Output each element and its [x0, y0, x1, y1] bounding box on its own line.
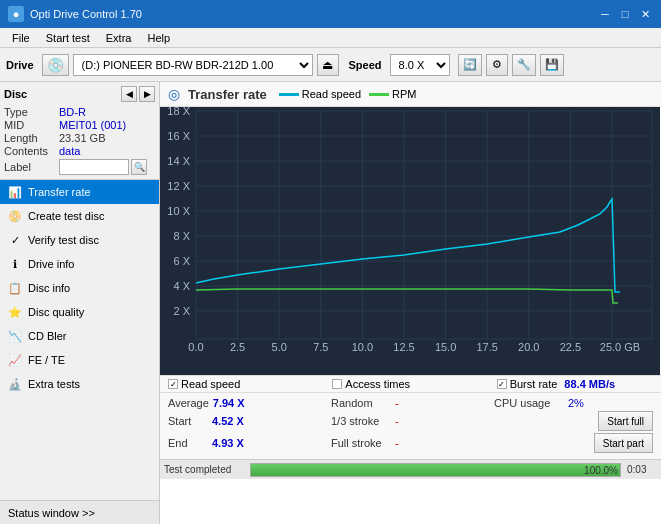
- nav-fe-te[interactable]: 📈 FE / TE: [0, 348, 159, 372]
- stroke13-value: -: [395, 415, 425, 427]
- stats-row-1: Average 7.94 X Random - CPU usage 2%: [168, 397, 653, 409]
- label-action-btn[interactable]: 🔍: [131, 159, 147, 175]
- read-speed-checkbox[interactable]: [168, 379, 178, 389]
- svg-text:12 X: 12 X: [167, 180, 190, 192]
- minimize-button[interactable]: ─: [597, 6, 613, 22]
- drive-label: Drive: [6, 59, 34, 71]
- disc-next-btn[interactable]: ▶: [139, 86, 155, 102]
- settings-button2[interactable]: 🔧: [512, 54, 536, 76]
- nav-disc-info[interactable]: 📋 Disc info: [0, 276, 159, 300]
- read-speed-checkbox-label: Read speed: [181, 378, 240, 390]
- read-speed-legend: Read speed: [279, 88, 361, 100]
- svg-text:16 X: 16 X: [167, 130, 190, 142]
- progress-bar-container: Test completed 100.0% 0:03: [160, 459, 661, 479]
- end-label: End: [168, 437, 208, 449]
- drive-icon-btn[interactable]: 💿: [42, 54, 69, 76]
- burst-rate-checkbox[interactable]: [497, 379, 507, 389]
- disc-prev-btn[interactable]: ◀: [121, 86, 137, 102]
- average-col: Average 7.94 X: [168, 397, 327, 409]
- stroke13-label: 1/3 stroke: [331, 415, 391, 427]
- svg-text:14 X: 14 X: [167, 155, 190, 167]
- create-test-icon: 📀: [8, 209, 22, 223]
- chart-legend: Read speed RPM: [279, 88, 417, 100]
- chart-icon: ◎: [168, 86, 180, 102]
- transfer-rate-icon: 📊: [8, 185, 22, 199]
- progress-time: 0:03: [627, 464, 657, 475]
- speed-label: Speed: [349, 59, 382, 71]
- access-times-checkbox[interactable]: [332, 379, 342, 389]
- nav-disc-info-label: Disc info: [28, 282, 70, 294]
- nav-create-test-label: Create test disc: [28, 210, 104, 222]
- maximize-button[interactable]: □: [617, 6, 633, 22]
- full-stroke-value: -: [395, 437, 425, 449]
- status-window-label: Status window >>: [8, 507, 95, 519]
- length-key: Length: [4, 132, 59, 144]
- refresh-button[interactable]: 🔄: [458, 54, 482, 76]
- save-button[interactable]: 💾: [540, 54, 564, 76]
- nav-extra-tests[interactable]: 🔬 Extra tests: [0, 372, 159, 396]
- menu-extra[interactable]: Extra: [98, 30, 140, 46]
- start-part-button[interactable]: Start part: [594, 433, 653, 453]
- chart-svg-wrapper: 18 X 16 X 14 X 12 X 10 X 8 X 6 X 4 X 2 X…: [160, 107, 661, 375]
- close-button[interactable]: ✕: [637, 6, 653, 22]
- svg-text:0.0: 0.0: [188, 341, 203, 353]
- nav-items: 📊 Transfer rate 📀 Create test disc ✓ Ver…: [0, 180, 159, 500]
- progress-percent: 100.0%: [584, 465, 618, 476]
- disc-section-label: Disc: [4, 88, 27, 100]
- svg-text:18 X: 18 X: [167, 107, 190, 117]
- menu-help[interactable]: Help: [139, 30, 178, 46]
- label-key: Label: [4, 161, 59, 173]
- nav-cd-bler[interactable]: 📉 CD Bler: [0, 324, 159, 348]
- label-input[interactable]: [59, 159, 129, 175]
- average-label: Average: [168, 397, 209, 409]
- read-speed-checkbox-item: Read speed: [168, 378, 324, 390]
- progress-bar-inner: [251, 464, 620, 476]
- main-content: Disc ◀ ▶ Type BD-R MID MEIT01 (001) Leng…: [0, 82, 661, 524]
- checkbox-row: Read speed Access times Burst rate 88.4 …: [160, 375, 661, 392]
- nav-transfer-rate[interactable]: 📊 Transfer rate: [0, 180, 159, 204]
- drive-select[interactable]: (D:) PIONEER BD-RW BDR-212D 1.00: [73, 54, 313, 76]
- end-value: 4.93 X: [212, 437, 252, 449]
- extra-tests-icon: 🔬: [8, 377, 22, 391]
- random-label: Random: [331, 397, 391, 409]
- svg-text:10 X: 10 X: [167, 205, 190, 217]
- sidebar: Disc ◀ ▶ Type BD-R MID MEIT01 (001) Leng…: [0, 82, 160, 524]
- nav-disc-quality[interactable]: ⭐ Disc quality: [0, 300, 159, 324]
- svg-text:10.0: 10.0: [352, 341, 373, 353]
- start-full-col: Start full: [494, 411, 653, 431]
- disc-info-icon: 📋: [8, 281, 22, 295]
- average-value: 7.94 X: [213, 397, 253, 409]
- access-times-checkbox-item: Access times: [332, 378, 488, 390]
- burst-rate-checkbox-item: Burst rate 88.4 MB/s: [497, 378, 653, 390]
- app-icon: ●: [8, 6, 24, 22]
- stats-panel: Average 7.94 X Random - CPU usage 2% Sta…: [160, 392, 661, 459]
- cd-bler-icon: 📉: [8, 329, 22, 343]
- nav-cd-bler-label: CD Bler: [28, 330, 67, 342]
- svg-text:15.0: 15.0: [435, 341, 456, 353]
- eject-button[interactable]: ⏏: [317, 54, 339, 76]
- nav-extra-tests-label: Extra tests: [28, 378, 80, 390]
- disc-quality-icon: ⭐: [8, 305, 22, 319]
- menu-start-test[interactable]: Start test: [38, 30, 98, 46]
- disc-panel: Disc ◀ ▶ Type BD-R MID MEIT01 (001) Leng…: [0, 82, 159, 180]
- contents-value: data: [59, 145, 80, 157]
- nav-create-test-disc[interactable]: 📀 Create test disc: [0, 204, 159, 228]
- random-value: -: [395, 397, 425, 409]
- start-full-button[interactable]: Start full: [598, 411, 653, 431]
- random-col: Random -: [331, 397, 490, 409]
- svg-text:7.5: 7.5: [313, 341, 328, 353]
- speed-select[interactable]: 8.0 X: [390, 54, 450, 76]
- svg-text:25.0 GB: 25.0 GB: [600, 341, 640, 353]
- cpu-value: 2%: [568, 397, 598, 409]
- rpm-legend: RPM: [369, 88, 416, 100]
- svg-text:2.5: 2.5: [230, 341, 245, 353]
- settings-button1[interactable]: ⚙: [486, 54, 508, 76]
- nav-verify-test-disc[interactable]: ✓ Verify test disc: [0, 228, 159, 252]
- menubar: File Start test Extra Help: [0, 28, 661, 48]
- full-stroke-label: Full stroke: [331, 437, 391, 449]
- menu-file[interactable]: File: [4, 30, 38, 46]
- rpm-legend-label: RPM: [392, 88, 416, 100]
- type-value: BD-R: [59, 106, 86, 118]
- status-window-button[interactable]: Status window >>: [0, 500, 159, 524]
- nav-drive-info[interactable]: ℹ Drive info: [0, 252, 159, 276]
